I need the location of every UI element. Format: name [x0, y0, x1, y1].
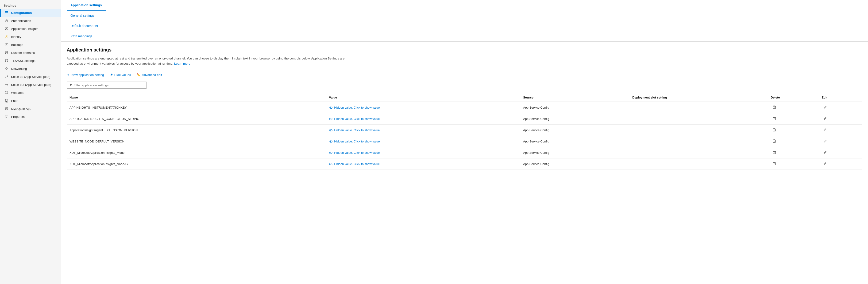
- svg-point-39: [330, 130, 331, 131]
- description-body: Application settings are encrypted at re…: [67, 57, 344, 65]
- setting-delete-3[interactable]: [768, 136, 819, 147]
- setting-deployment-slot-5: [629, 159, 768, 170]
- setting-value-0[interactable]: Hidden value. Click to show value: [326, 102, 520, 113]
- column-header-delete: Delete: [768, 93, 819, 102]
- edit-icon: ✏️: [136, 73, 141, 77]
- sidebar-item-label-scale-out: Scale out (App Service plan): [11, 83, 51, 87]
- authentication-icon: [4, 19, 9, 23]
- sidebar-item-push[interactable]: Push: [0, 96, 61, 105]
- delete-button-3[interactable]: [771, 138, 778, 145]
- svg-rect-2: [5, 13, 8, 14]
- edit-button-2[interactable]: [822, 127, 829, 133]
- sidebar-title: Settings: [0, 2, 61, 9]
- setting-delete-5[interactable]: [768, 159, 819, 170]
- svg-point-14: [6, 68, 7, 69]
- delete-button-1[interactable]: [771, 116, 778, 122]
- content-area: Application settings Application setting…: [61, 41, 868, 175]
- setting-edit-2[interactable]: [819, 124, 862, 136]
- setting-value-5[interactable]: Hidden value. Click to show value: [326, 159, 520, 170]
- column-header-source: Source: [520, 93, 629, 102]
- setting-edit-3[interactable]: [819, 136, 862, 147]
- hide-values-button[interactable]: 👁 Hide values: [110, 72, 131, 78]
- delete-button-5[interactable]: [771, 161, 778, 167]
- setting-edit-5[interactable]: [819, 159, 862, 170]
- eye-icon: [329, 118, 333, 120]
- new-application-setting-button[interactable]: ＋ New application setting: [67, 72, 104, 78]
- hidden-value-link-2[interactable]: Hidden value. Click to show value: [329, 129, 518, 132]
- setting-value-2[interactable]: Hidden value. Click to show value: [326, 124, 520, 136]
- tab-general-settings[interactable]: General settings: [67, 10, 106, 21]
- sidebar-item-label-authentication: Authentication: [11, 19, 31, 23]
- filter-input[interactable]: [74, 83, 144, 87]
- application-insights-icon: [4, 27, 9, 31]
- sidebar-item-webjobs[interactable]: WebJobs: [0, 89, 61, 96]
- svg-rect-30: [773, 106, 775, 109]
- tab-path-mappings[interactable]: Path mappings: [67, 31, 106, 41]
- setting-edit-1[interactable]: [819, 113, 862, 124]
- setting-value-3[interactable]: Hidden value. Click to show value: [326, 136, 520, 147]
- svg-point-54: [330, 164, 331, 165]
- hidden-value-link-0[interactable]: Hidden value. Click to show value: [329, 106, 518, 109]
- tab-application-settings[interactable]: Application settings: [67, 0, 106, 10]
- setting-deployment-slot-3: [629, 136, 768, 147]
- hidden-value-link-3[interactable]: Hidden value. Click to show value: [329, 140, 518, 143]
- svg-point-29: [330, 107, 331, 108]
- setting-value-1[interactable]: Hidden value. Click to show value: [326, 113, 520, 124]
- setting-delete-0[interactable]: [768, 102, 819, 113]
- sidebar-item-label-networking: Networking: [11, 67, 27, 70]
- delete-button-0[interactable]: [771, 104, 778, 111]
- sidebar-item-identity[interactable]: Identity: [0, 33, 61, 41]
- sidebar-item-configuration[interactable]: Configuration: [0, 9, 61, 17]
- sidebar-item-authentication[interactable]: Authentication: [0, 17, 61, 25]
- sidebar-item-networking[interactable]: Networking: [0, 65, 61, 73]
- trash-icon: [773, 128, 776, 132]
- setting-name-0: APPINSIGHTS_INSTRUMENTATIONKEY: [67, 102, 326, 113]
- scale-out-icon: [4, 83, 9, 87]
- sidebar-item-scale-out[interactable]: Scale out (App Service plan): [0, 81, 61, 89]
- setting-delete-1[interactable]: [768, 113, 819, 124]
- setting-edit-4[interactable]: [819, 147, 862, 159]
- hidden-value-link-1[interactable]: Hidden value. Click to show value: [329, 117, 518, 121]
- column-header-value: Value: [326, 93, 520, 102]
- hidden-value-link-4[interactable]: Hidden value. Click to show value: [329, 151, 518, 154]
- advanced-edit-button[interactable]: ✏️ Advanced edit: [136, 72, 162, 78]
- setting-edit-0[interactable]: [819, 102, 862, 113]
- setting-delete-4[interactable]: [768, 147, 819, 159]
- delete-button-4[interactable]: [771, 149, 778, 156]
- sidebar-item-backups[interactable]: Backups: [0, 41, 61, 49]
- sidebar-item-label-backups: Backups: [11, 43, 23, 47]
- setting-value-4[interactable]: Hidden value. Click to show value: [326, 147, 520, 159]
- svg-rect-0: [5, 11, 8, 12]
- sidebar-item-properties[interactable]: Properties: [0, 113, 61, 121]
- sidebar-item-application-insights[interactable]: Application Insights: [0, 25, 61, 33]
- eye-icon: [329, 151, 333, 154]
- table-row: APPLICATIONINSIGHTS_CONNECTION_STRING Hi…: [67, 113, 862, 124]
- delete-button-2[interactable]: [771, 127, 778, 133]
- svg-point-34: [330, 118, 331, 119]
- edit-button-0[interactable]: [822, 105, 829, 111]
- setting-deployment-slot-2: [629, 124, 768, 136]
- page-title: Application settings: [67, 47, 862, 53]
- sidebar-item-custom-domains[interactable]: Custom domains: [0, 49, 61, 57]
- trash-icon: [773, 117, 776, 120]
- edit-button-4[interactable]: [822, 150, 829, 155]
- hidden-value-link-5[interactable]: Hidden value. Click to show value: [329, 162, 518, 166]
- pencil-icon: [824, 151, 827, 154]
- column-header-deployment-slot: Deployment slot setting: [629, 93, 768, 102]
- sidebar-item-tls-ssl-settings[interactable]: TLS/SSL settings: [0, 57, 61, 65]
- setting-delete-2[interactable]: [768, 124, 819, 136]
- svg-rect-35: [773, 118, 775, 120]
- sidebar-item-mysql-in-app[interactable]: MySQL In App: [0, 105, 61, 113]
- edit-button-1[interactable]: [822, 116, 829, 122]
- table-row: XDT_MicrosoftApplicationInsights_NodeJS …: [67, 159, 862, 170]
- sidebar-item-label-configuration: Configuration: [11, 11, 32, 15]
- column-header-edit: Edit: [819, 93, 862, 102]
- edit-button-3[interactable]: [822, 139, 829, 144]
- sidebar-item-scale-up[interactable]: Scale up (App Service plan): [0, 73, 61, 81]
- tab-default-documents[interactable]: Default documents: [67, 21, 106, 31]
- push-icon: [4, 98, 9, 103]
- edit-button-5[interactable]: [822, 161, 829, 167]
- learn-more-link[interactable]: Learn more: [174, 62, 190, 65]
- setting-source-1: App Service Config: [520, 113, 629, 124]
- sidebar-item-label-scale-up: Scale up (App Service plan): [11, 75, 50, 79]
